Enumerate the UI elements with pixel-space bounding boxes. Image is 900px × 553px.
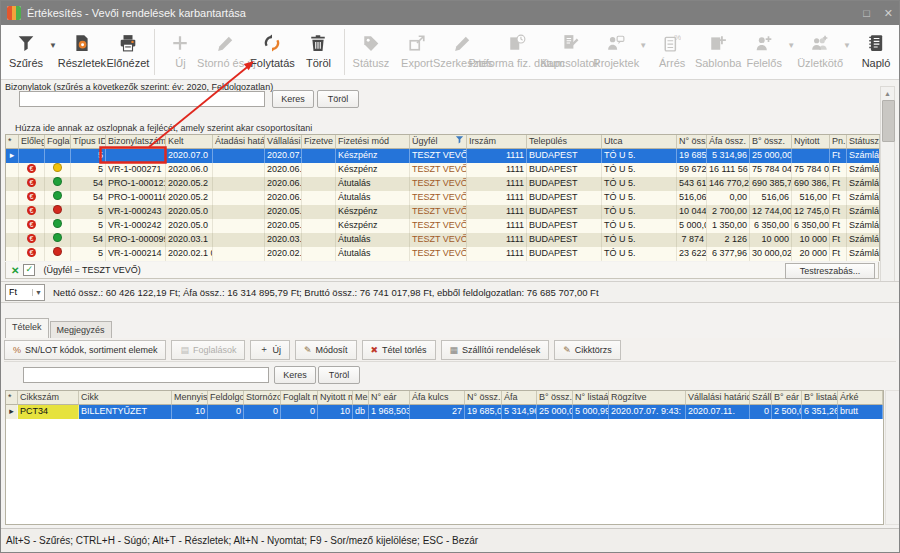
table-row[interactable]: ▸52020.07.02020.07.1KészpénzTESZT VEVŐ11… [6,149,879,163]
currency-select[interactable]: Ft ▼ [5,284,45,301]
orders-scrollbar[interactable]: ▲ ▼ [880,86,895,297]
column-header-fizet-si-m-d[interactable]: Fizetési mód [336,135,410,149]
column-header-foglal[interactable]: Foglalá [45,135,71,149]
cell-tad-si-hat-rid [213,149,265,163]
filter-enabled-checkbox[interactable]: ✓ [23,264,35,276]
column-header-st-tusz[interactable]: Státusz [847,135,880,149]
detail-column-header-foglalt-me[interactable]: Foglalt me [281,391,318,405]
toolbar-sz-r-s-button[interactable]: Szűrés [3,25,49,79]
detail-column-header-cikksz-m[interactable]: Cikkszám [18,391,79,405]
detail-search-input[interactable] [23,367,269,383]
column-header-telep-l-s[interactable]: Település [527,135,602,149]
toolbar-t-r-l-button[interactable]: Töröl [295,25,341,79]
sn-lot-k-dok-sortiment-elemek-button[interactable]: %SN/LOT kódok, sortiment elemek [4,340,166,360]
detail-column-header-storn-zott[interactable]: Stornózott [244,391,281,405]
detail-column-header-n-lista-r[interactable]: N° listaár [573,391,609,405]
cell-n-ssz: 59 672 47 [677,163,707,177]
printer-icon [119,30,137,56]
cell-fizet-si-m-d: Készpénz [336,149,410,163]
table-row[interactable]: €54PRO-1-0001162020.05.22020.06.0Átutalá… [6,191,879,205]
tab-megjegyz-s[interactable]: Megjegyzés [50,321,112,338]
scroll-up-icon[interactable]: ▲ [881,87,894,99]
column-header-pn[interactable]: Pn. [830,135,847,149]
table-row[interactable]: €5VR-1-0002712020.06.02020.06.0KészpénzT… [6,163,879,177]
close-button[interactable]: ✕ [884,7,893,20]
detail-column-header-r-gz-tve[interactable]: Rögzítve [609,391,686,405]
chevron-down-icon[interactable]: ▼ [32,289,44,296]
toolbar-dropdown-caret-icon[interactable]: ▼ [49,25,59,79]
search-input[interactable] [19,91,265,107]
cikkt-rzs-button[interactable]: ✎Cikktörzs [554,340,621,360]
toolbar-r-szletek-button[interactable]: Részletek [59,25,105,79]
detail-column-header-b-e-r[interactable]: B° eár [772,391,802,405]
toolbar-rr-s-button: %Árrés [649,25,695,79]
column-header-gyf-l[interactable]: Ügyfél [410,135,467,149]
toolbar-dropdown-caret-icon[interactable]: ▼ [639,25,649,79]
column-header-t-pus-id[interactable]: Típus ID [71,135,106,149]
cell-irsz-m: 1111 [467,219,527,233]
t-tel-t-rl-s-button[interactable]: ✖Tétel törlés [362,340,436,360]
detail-column-header-sz-ll-t-i-re[interactable]: Szállítói re [750,391,772,405]
detail-keres-button[interactable]: Keres [274,366,316,384]
detail-column-header-b-ssz[interactable]: B° össz. [537,391,573,405]
column-header-nyitott[interactable]: Nyitott [792,135,830,149]
detail-column-header-me[interactable]: Me. [353,391,369,405]
scrollbar-thumb[interactable] [882,100,895,142]
table-row[interactable]: ▸PCT34BILLENTYŰZET1000010db1 968,5032719… [6,405,883,419]
tab-t-telek[interactable]: Tételek [5,318,49,338]
detail-column-header-n-e-r[interactable]: N° eár [369,391,410,405]
column-header-bizonylatsz-m[interactable]: Bizonylatszám [106,135,166,149]
table-row[interactable]: €5VR-1-0002422020.05.02020.05.0KészpénzT… [6,219,879,233]
column-header-n-ssz[interactable]: N° össz. [677,135,707,149]
items-scrollbar[interactable] [885,390,900,525]
detail-column-header-fa-kulcs[interactable]: Áfa kulcs [410,391,465,405]
reservation-status-icon [53,177,62,186]
filter-funnel-icon[interactable] [455,135,464,148]
toolbar-folytat-s-button[interactable]: Folytatás [249,25,295,79]
detail-column-header-v-llal-si-hat-rid[interactable]: Vállalási határidő [686,391,750,405]
toolbar-dropdown-caret-icon[interactable]: ▼ [843,25,853,79]
cell-rk: brutt [838,405,883,419]
column-header-v-llal-si-ha[interactable]: Vállalási ha [265,135,302,149]
cell-fa-kulcs: 27 [410,405,465,419]
cell-v-llal-si-ha: 2020.06.0 [265,191,302,205]
column-header-b-ssz[interactable]: B° össz. [750,135,792,149]
toolbar-dropdown-caret-icon[interactable]: ▼ [787,25,797,79]
detail-column-header-cikk[interactable]: Cikk [79,391,172,405]
column-header-fa-ssz[interactable]: Áfa össz. [707,135,750,149]
column-header-el-leg[interactable]: Előleg [19,135,45,149]
toolbar-el-n-zet-button[interactable]: Előnézet [105,25,151,79]
table-row[interactable]: €5VR-1-0002432020.05.02020.05.0KészpénzT… [6,205,879,219]
sz-ll-t-i-rendel-sek-button[interactable]: ▦Szállítói rendelések [441,340,550,360]
column-header-tad-si-hat-rid[interactable]: Átadási határidő [213,135,265,149]
detail-column-header-n-ssz[interactable]: N° össz. [465,391,502,405]
table-row[interactable]: €54PRO-1-0001212020.05.22020.06.0Átutalá… [6,177,879,191]
detail-column-header-feldolgozo[interactable]: Feldolgozo [208,391,244,405]
cell-bizonylatsz-m: VR-1-000242 [106,219,166,233]
detail-column-header-mennyis-g[interactable]: Mennyiség [172,391,208,405]
cell-tad-si-hat-rid [213,233,265,247]
column-header-indicator[interactable]: * [6,135,19,149]
cell-el-leg: € [19,247,45,261]
keres-button[interactable]: Keres [272,90,314,108]
clear-filter-icon[interactable]: ✕ [11,265,19,276]
m-dos-t-button[interactable]: ✎Módosít [295,340,357,360]
detail-column-header-b-lista-r[interactable]: B° listaár [802,391,838,405]
detail-column-header-indicator[interactable]: * [6,391,18,405]
torol-button[interactable]: Töröl [317,90,359,108]
table-row[interactable]: €5VR-1-0002142020.02.1 09:092020.02.2Átu… [6,247,879,261]
detail-column-header-fa[interactable]: Áfa [502,391,537,405]
column-header-kelt[interactable]: Kelt [166,135,213,149]
toolbar-sablonba-button: Sablonba [695,25,741,79]
j-button[interactable]: ＋Új [250,340,290,360]
column-header-utca[interactable]: Utca [602,135,677,149]
column-header-fizetve[interactable]: Fizetve [302,135,336,149]
detail-column-header-rk[interactable]: Árké [838,391,883,405]
detail-torol-button[interactable]: Töröl [318,366,360,384]
maximize-button[interactable]: □ [863,7,870,19]
column-header-irsz-m[interactable]: Irszám [467,135,527,149]
table-row[interactable]: €54PRO-1-0000992020.03.12020.03.2Átutalá… [6,233,879,247]
customize-button[interactable]: Testreszabás... [785,263,875,279]
detail-column-header-nyitott-me[interactable]: Nyitott me [318,391,353,405]
toolbar-napl-button[interactable]: Napló [853,25,899,79]
